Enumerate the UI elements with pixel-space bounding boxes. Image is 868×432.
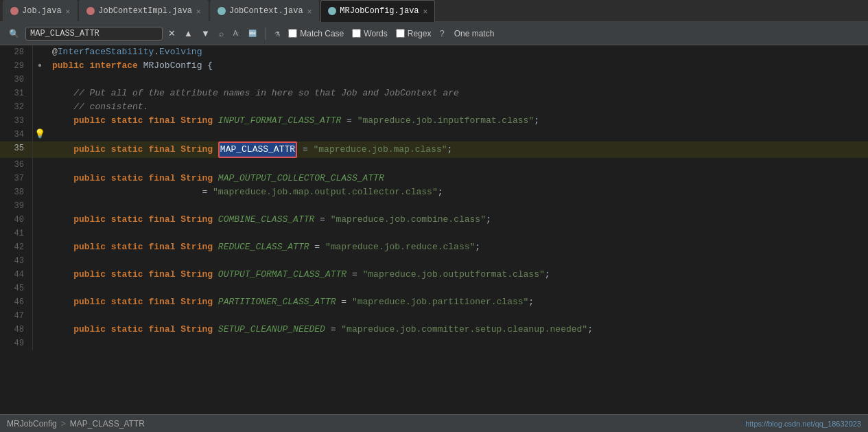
code-line-47: 47: [0, 309, 868, 323]
line-number-33: 33: [0, 114, 33, 128]
line-content-34: [47, 128, 868, 141]
line-gutter-47: [33, 309, 47, 323]
tab-close-jobcontextimpl[interactable]: ✕: [196, 7, 201, 16]
tab-icon-jobcontextimpl: [86, 7, 95, 15]
breadcrumb-separator: >: [61, 419, 66, 429]
regex-checkbox[interactable]: [396, 29, 405, 38]
var-partitioner: PARTITIONER_CLASS_ATTR: [218, 297, 336, 307]
clear-search-button[interactable]: ✕: [165, 27, 178, 39]
lightbulb-icon-34[interactable]: 💡: [34, 128, 45, 141]
var-combine: COMBINE_CLASS_ATTR: [218, 214, 314, 225]
next-match-button[interactable]: ▼: [198, 27, 213, 39]
eq-35: =: [297, 144, 313, 155]
str-46: "mapreduce.job.partitioner.class": [352, 297, 528, 307]
tab-mrjobconfig[interactable]: MRJobConfig.java ✕: [320, 0, 435, 22]
eq-44: =: [347, 269, 362, 280]
code-line-44: 44 public static final String OUTPUT_FOR…: [0, 268, 868, 282]
status-breadcrumb: MRJobConfig > MAP_CLASS_ATTR: [7, 419, 145, 429]
line-content-46: public static final String PARTITIONER_C…: [47, 295, 868, 309]
kw-string-46: String: [180, 297, 218, 307]
line-gutter-44: [33, 268, 47, 282]
search-type-icon[interactable]: 🔍: [5, 27, 23, 40]
tab-close-jobcontext[interactable]: ✕: [307, 7, 312, 16]
line-content-42: public static final String REDUCE_CLASS_…: [47, 240, 868, 254]
line-content-37: public static final String MAP_OUTPUT_CO…: [47, 172, 868, 185]
line-number-44: 44: [0, 268, 33, 282]
str-48: "mapreduce.job.committer.setup.cleanup.n…: [341, 324, 587, 334]
tab-label-mrjobconfig: MRJobConfig.java: [340, 6, 419, 16]
kw-final-46: final: [148, 297, 180, 307]
line-gutter-48: [33, 323, 47, 337]
line-number-41: 41: [0, 227, 33, 240]
code-line-30: 30: [0, 73, 868, 87]
code-line-41: 41: [0, 227, 868, 240]
kw-public-33: public: [52, 115, 111, 126]
match-case-label[interactable]: Match Case: [288, 29, 344, 38]
search-input[interactable]: [30, 29, 133, 38]
semi-33: ;: [534, 115, 539, 126]
code-line-33: 33 public static final String INPUT_FORM…: [0, 114, 868, 128]
kw-static-42: static: [111, 242, 149, 252]
line-gutter-37: [33, 172, 47, 185]
search-separator: [266, 27, 266, 40]
kw-interface: interface: [90, 60, 143, 71]
str-40: "mapreduce.job.combine.class": [331, 214, 486, 225]
eq-46: =: [336, 297, 352, 307]
line-gutter-43: [33, 254, 47, 268]
code-line-32: 32 // consistent.: [0, 100, 868, 114]
help-button[interactable]: ?: [436, 28, 447, 38]
search-icon3[interactable]: 🔤: [245, 28, 260, 38]
line-gutter-34: 💡: [33, 128, 47, 141]
code-line-48: 48 public static final String SETUP_CLEA…: [0, 323, 868, 337]
status-url-text: https://blog.csdn.net/qq_18632023: [745, 420, 861, 428]
line-gutter-40: [33, 213, 47, 227]
tab-icon-jobcontext: [218, 7, 226, 15]
search-result-highlight: MAP_CLASS_ATTR: [218, 141, 297, 158]
code-line-40: 40 public static final String COMBINE_CL…: [0, 213, 868, 227]
line-gutter-38: [33, 185, 47, 199]
annotation-class: InterfaceStability: [58, 47, 154, 57]
breadcrumb-item: MAP_CLASS_ATTR: [70, 419, 145, 429]
prev-match-button[interactable]: ▲: [181, 27, 196, 39]
kw-string-44: String: [180, 269, 218, 280]
match-case-checkbox[interactable]: [288, 29, 297, 38]
semi-48: ;: [587, 324, 593, 334]
line-number-30: 30: [0, 73, 33, 87]
line-number-49: 49: [0, 337, 33, 350]
line-content-47: [47, 309, 868, 323]
tab-jobcontextimpl[interactable]: JobContextImpl.java ✕: [79, 0, 208, 22]
search-options-icon[interactable]: ⌕: [215, 27, 227, 40]
words-checkbox[interactable]: [352, 29, 361, 38]
tab-job[interactable]: Job.java ✕: [3, 0, 78, 22]
line-number-35: 35: [0, 141, 33, 158]
line-gutter-32: [33, 100, 47, 114]
filter-icon: ⚗: [272, 28, 283, 39]
tab-close-job[interactable]: ✕: [66, 7, 71, 16]
regex-label[interactable]: Regex: [396, 29, 432, 38]
interface-name: MRJobConfig {: [143, 60, 213, 71]
search-icon2[interactable]: Aᵢ: [230, 28, 243, 38]
line-gutter-33: [33, 114, 47, 128]
words-label[interactable]: Words: [352, 29, 387, 38]
continuation-38: =: [52, 187, 213, 197]
line-content-35: public static final String MAP_CLASS_ATT…: [47, 141, 868, 158]
line-gutter-29: ●: [33, 59, 47, 73]
kw-string-37: String: [180, 173, 218, 183]
code-line-36: 36: [0, 158, 868, 172]
kw-public-29: public: [52, 60, 90, 71]
line-number-38: 38: [0, 185, 33, 199]
kw-string-42: String: [180, 242, 218, 252]
code-line-42: 42 public static final String REDUCE_CLA…: [0, 240, 868, 254]
kw-static-37: static: [111, 173, 149, 183]
tab-close-mrjobconfig[interactable]: ✕: [423, 7, 428, 16]
line-number-36: 36: [0, 158, 33, 172]
tab-jobcontext[interactable]: JobContext.java ✕: [210, 0, 320, 22]
search-input-wrap: [25, 27, 163, 41]
tab-label-jobcontextimpl: JobContextImpl.java: [98, 6, 192, 16]
line-content-45: [47, 282, 868, 295]
kw-final-42: final: [148, 242, 180, 252]
tab-label-job: Job.java: [22, 6, 62, 16]
var-map-output: MAP_OUTPUT_COLLECTOR_CLASS_ATTR: [218, 173, 384, 183]
kw-final-40: final: [148, 214, 180, 225]
kw-public-40: public: [52, 214, 111, 225]
